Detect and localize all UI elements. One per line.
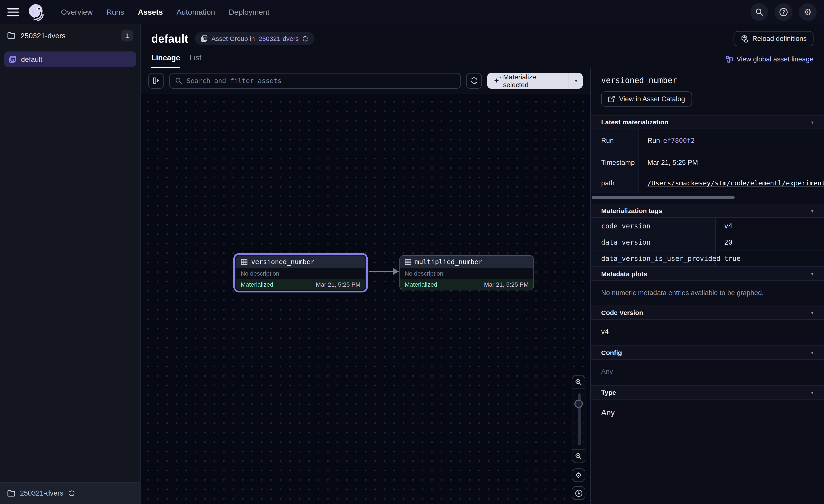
zoom-slider[interactable] — [572, 389, 586, 450]
reload-definitions-button[interactable]: Reload definitions — [733, 31, 814, 46]
type-value: Any — [591, 399, 824, 427]
zoom-slider-handle[interactable] — [575, 399, 583, 408]
materialized-status: Materialized — [405, 281, 437, 288]
table-icon — [405, 258, 412, 265]
section-materialization-tags[interactable]: Materialization tags ▾ — [591, 204, 824, 218]
view-in-asset-catalog-button[interactable]: View in Asset Catalog — [601, 91, 692, 106]
nav-assets[interactable]: Assets — [138, 8, 163, 16]
tab-lineage[interactable]: Lineage — [151, 54, 180, 68]
search-input[interactable] — [187, 77, 455, 84]
top-bar: Overview Runs Assets Automation Deployme… — [0, 0, 824, 24]
help-icon: ? — [779, 7, 788, 17]
sidebar-item-default-group[interactable]: default — [4, 51, 136, 67]
caret-down-icon[interactable]: ▾ — [811, 271, 813, 276]
page-title: default — [151, 32, 188, 45]
materialize-options-dropdown[interactable]: ▾ — [570, 73, 583, 89]
caret-down-icon[interactable]: ▾ — [811, 310, 813, 315]
asset-details-panel: versioned_number View in Asset Catalog L… — [590, 69, 824, 504]
asset-node-description: No description — [400, 268, 533, 279]
tag-value: 20 — [716, 234, 824, 250]
asset-group-icon — [201, 35, 208, 42]
run-prefix: Run — [647, 136, 660, 144]
section-type[interactable]: Type ▾ — [591, 385, 824, 400]
section-config[interactable]: Config ▾ — [591, 346, 824, 360]
asset-node-description: No description — [236, 268, 365, 279]
section-title: Latest materialization — [601, 118, 668, 126]
path-link[interactable]: /Users/smackesey/stm/code/elementl/exper… — [647, 179, 824, 187]
zoom-in-icon — [575, 379, 582, 386]
lineage-edge — [369, 266, 399, 277]
settings-button[interactable]: ⚙ — [799, 3, 817, 21]
refresh-icon[interactable] — [302, 35, 309, 42]
section-title: Code Version — [601, 309, 643, 316]
zoom-out-button[interactable] — [572, 450, 586, 463]
download-graph-button[interactable] — [572, 486, 586, 500]
asset-node-versioned-number[interactable]: versioned_number No description Material… — [233, 253, 368, 292]
refresh-graph-button[interactable] — [466, 73, 482, 89]
asset-group-icon — [9, 55, 16, 63]
sidebar-repo-row[interactable]: 250321-dvers 1 — [0, 24, 140, 47]
caret-down-icon[interactable]: ▾ — [811, 119, 813, 125]
hamburger-menu-icon[interactable] — [7, 8, 19, 16]
zoom-out-icon — [575, 453, 582, 460]
nav-deployment[interactable]: Deployment — [229, 8, 269, 16]
section-code-version[interactable]: Code Version ▾ — [591, 306, 824, 320]
section-title: Metadata plots — [601, 270, 647, 277]
gear-icon: ⚙ — [804, 8, 812, 16]
reload-definitions-label: Reload definitions — [752, 35, 807, 42]
tag-key: data_version_is_user_provided — [591, 250, 716, 267]
refresh-icon — [470, 77, 478, 84]
help-button[interactable]: ? — [775, 3, 793, 21]
sidebar-item-label: default — [21, 55, 42, 63]
view-global-asset-lineage-label: View global asset lineage — [736, 55, 814, 63]
tab-list[interactable]: List — [190, 54, 202, 68]
asset-node-name: versioned_number — [251, 258, 314, 266]
horizontal-scrollbar[interactable] — [592, 196, 735, 199]
dagster-logo[interactable] — [27, 3, 45, 21]
zoom-in-button[interactable] — [572, 376, 586, 389]
lineage-canvas[interactable]: versioned_number No description Material… — [141, 94, 590, 504]
section-latest-materialization[interactable]: Latest materialization ▾ — [591, 115, 824, 129]
section-metadata-plots[interactable]: Metadata plots ▾ — [591, 267, 824, 281]
caret-down-icon[interactable]: ▾ — [811, 390, 813, 395]
tabs-row: Lineage List View global asset lineage — [141, 49, 824, 68]
sidebar-footer: 250321-dvers — [0, 482, 140, 504]
repo-count-badge: 1 — [121, 30, 133, 41]
external-link-icon — [608, 96, 615, 103]
caret-down-icon[interactable]: ▾ — [811, 208, 813, 213]
materialize-selected-button[interactable]: ✦ Materialize selected — [487, 73, 569, 89]
view-global-asset-lineage-link[interactable]: View global asset lineage — [725, 55, 814, 68]
latest-materialization-table: Run Run ef7800f2 Timestamp Mar 21, 5:25 … — [591, 129, 824, 193]
expand-panel-icon — [152, 77, 160, 84]
folder-icon — [7, 490, 15, 497]
tag-repo-link[interactable]: 250321-dvers — [259, 35, 299, 42]
lineage-toolbar: ✦ Materialize selected ▾ — [141, 69, 590, 94]
nav-runs[interactable]: Runs — [106, 8, 124, 16]
code-version-value: v4 — [591, 320, 824, 346]
materialized-timestamp: Mar 21, 5:25 PM — [316, 281, 360, 288]
asset-group-tag: Asset Group in 250321-dvers — [195, 32, 314, 45]
gear-icon: ⚙ — [575, 472, 582, 479]
materialization-tags-table: code_version v4 data_version 20 data_ver… — [591, 218, 824, 267]
nav-overview[interactable]: Overview — [61, 8, 93, 16]
timestamp-row-label: Timestamp — [591, 152, 639, 173]
graph-settings-button[interactable]: ⚙ — [572, 468, 586, 482]
asset-node-multiplied-number[interactable]: multiplied_number No description Materia… — [399, 255, 534, 290]
metadata-plots-empty-text: No numeric metadata entries available to… — [591, 281, 824, 306]
sparkle-icon: ✦ — [494, 77, 499, 84]
search-button[interactable] — [750, 3, 768, 21]
config-value: Any — [591, 360, 824, 385]
run-id-link[interactable]: ef7800f2 — [663, 136, 695, 144]
nav-automation[interactable]: Automation — [177, 8, 215, 16]
zoom-controls — [572, 376, 586, 463]
refresh-icon[interactable] — [68, 490, 75, 497]
materialized-status: Materialized — [241, 281, 273, 288]
asset-node-header: multiplied_number — [400, 256, 533, 268]
section-title: Config — [601, 349, 622, 356]
panel-asset-title: versioned_number — [601, 76, 814, 85]
expand-panel-button[interactable] — [148, 73, 164, 89]
search-icon — [175, 77, 182, 84]
asset-node-header: versioned_number — [236, 256, 365, 268]
caret-down-icon[interactable]: ▾ — [811, 350, 813, 355]
asset-search-box — [169, 73, 461, 89]
